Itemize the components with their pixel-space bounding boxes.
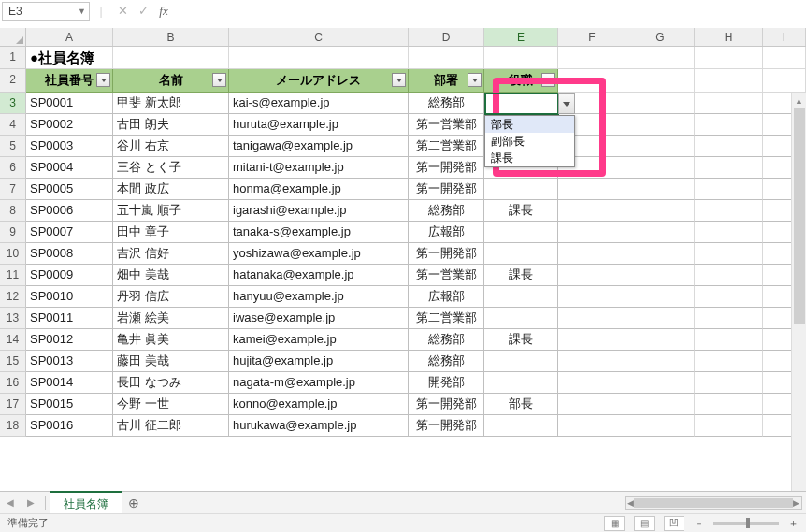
row-header[interactable]: 10 (0, 243, 26, 265)
cell[interactable]: SP0001 (26, 93, 113, 114)
vertical-scrollbar[interactable]: ▲ ▼ (791, 93, 806, 492)
cell[interactable] (113, 47, 229, 69)
cell[interactable]: 亀井 眞美 (113, 329, 229, 351)
cell[interactable]: 五十嵐 順子 (113, 200, 229, 222)
scroll-left-icon[interactable]: ◀ (627, 498, 634, 508)
cell[interactable] (558, 179, 626, 200)
cell[interactable] (484, 351, 558, 372)
cell[interactable]: honma@example.jp (229, 179, 409, 200)
cancel-button[interactable]: ✕ (112, 4, 133, 18)
cell[interactable]: hanyuu@example.jp (229, 286, 409, 308)
cell[interactable]: konno@example.jp (229, 394, 409, 415)
dropdown-item[interactable]: 部長 (485, 116, 574, 133)
cell[interactable]: yoshizawa@example.jp (229, 243, 409, 265)
tab-nav-next-icon[interactable]: ▶ (21, 497, 41, 508)
cell[interactable]: kai-s@example.jp (229, 93, 409, 114)
cell[interactable] (695, 47, 763, 69)
confirm-button[interactable]: ✓ (133, 4, 153, 18)
cell[interactable]: 第一開発部 (409, 394, 484, 415)
cell[interactable]: 今野 一世 (113, 394, 229, 415)
cell[interactable]: SP0002 (26, 114, 113, 136)
cell[interactable]: SP0007 (26, 222, 113, 243)
cell[interactable]: 総務部 (409, 351, 484, 372)
cell[interactable]: 第一開発部 (409, 157, 484, 179)
chevron-down-icon[interactable]: ▼ (78, 7, 86, 16)
cell[interactable] (626, 351, 695, 372)
scrollbar-thumb[interactable] (634, 498, 793, 508)
cell[interactable]: 課長 (484, 200, 558, 222)
col-header-f[interactable]: F (558, 28, 626, 46)
col-header-d[interactable]: D (409, 28, 484, 46)
tab-nav-prev-icon[interactable]: ◀ (0, 497, 21, 508)
row-header[interactable]: 11 (0, 265, 26, 286)
col-header-a[interactable]: A (26, 28, 113, 46)
cell[interactable]: igarashi@example.jp (229, 200, 409, 222)
cell[interactable] (626, 47, 695, 69)
scroll-up-icon[interactable]: ▲ (792, 93, 806, 108)
cell[interactable]: 総務部 (409, 93, 484, 114)
cell[interactable] (558, 69, 626, 93)
cell[interactable]: 谷川 右京 (113, 136, 229, 157)
cell[interactable] (626, 243, 695, 265)
cell[interactable] (695, 265, 763, 286)
cell[interactable]: SP0004 (26, 157, 113, 179)
cell[interactable] (558, 243, 626, 265)
row-header[interactable]: 16 (0, 372, 26, 394)
cell[interactable]: SP0003 (26, 136, 113, 157)
dropdown-item[interactable]: 副部長 (485, 133, 574, 150)
zoom-out-button[interactable]: － (694, 516, 704, 530)
cell[interactable]: kamei@example.jp (229, 329, 409, 351)
cell[interactable]: SP0016 (26, 415, 113, 437)
cell[interactable]: 第一開発部 (409, 179, 484, 200)
cell[interactable] (626, 136, 695, 157)
col-header-b[interactable]: B (113, 28, 229, 46)
cell[interactable]: SP0013 (26, 351, 113, 372)
cell[interactable] (626, 69, 695, 93)
cell[interactable] (626, 394, 695, 415)
th-id[interactable]: 社員番号 (26, 69, 113, 93)
cell[interactable]: SP0014 (26, 372, 113, 394)
cell[interactable] (626, 372, 695, 394)
cell[interactable] (695, 222, 763, 243)
cell[interactable] (695, 329, 763, 351)
cell[interactable]: 古田 朗夫 (113, 114, 229, 136)
fx-button[interactable]: fx (153, 4, 174, 19)
cell[interactable] (626, 200, 695, 222)
cell[interactable]: 総務部 (409, 200, 484, 222)
th-mail[interactable]: メールアドレス (229, 69, 409, 93)
cell[interactable]: SP0015 (26, 394, 113, 415)
col-header-h[interactable]: H (695, 28, 763, 46)
cell[interactable] (558, 265, 626, 286)
cell[interactable] (626, 93, 695, 114)
row-header[interactable]: 2 (0, 69, 26, 93)
cell[interactable] (229, 47, 409, 69)
name-box[interactable]: E3 ▼ (2, 2, 90, 21)
cell[interactable] (484, 308, 558, 329)
cell[interactable]: hurukawa@example.jp (229, 415, 409, 437)
cell[interactable] (626, 265, 695, 286)
zoom-in-button[interactable]: ＋ (788, 516, 799, 530)
cell[interactable] (626, 222, 695, 243)
cell[interactable]: 藤田 美哉 (113, 351, 229, 372)
cell[interactable] (626, 415, 695, 437)
filter-icon[interactable] (392, 73, 406, 87)
row-header[interactable]: 4 (0, 114, 26, 136)
select-all-corner[interactable] (0, 28, 26, 46)
add-sheet-button[interactable]: ⊕ (122, 496, 145, 510)
cell[interactable] (695, 351, 763, 372)
cell[interactable]: 丹羽 信広 (113, 286, 229, 308)
filter-icon[interactable] (541, 73, 555, 87)
cell[interactable] (484, 179, 558, 200)
cell[interactable] (626, 329, 695, 351)
cell[interactable]: 本間 政広 (113, 179, 229, 200)
validation-dropdown[interactable]: 部長 副部長 課長 (484, 115, 575, 167)
row-header[interactable]: 15 (0, 351, 26, 372)
cell[interactable] (695, 157, 763, 179)
cell[interactable] (695, 93, 763, 114)
cell[interactable] (484, 243, 558, 265)
cell[interactable] (484, 372, 558, 394)
dropdown-arrow-icon[interactable] (558, 93, 575, 114)
row-header[interactable]: 8 (0, 200, 26, 222)
cell[interactable] (626, 114, 695, 136)
cell[interactable]: hatanaka@example.jp (229, 265, 409, 286)
